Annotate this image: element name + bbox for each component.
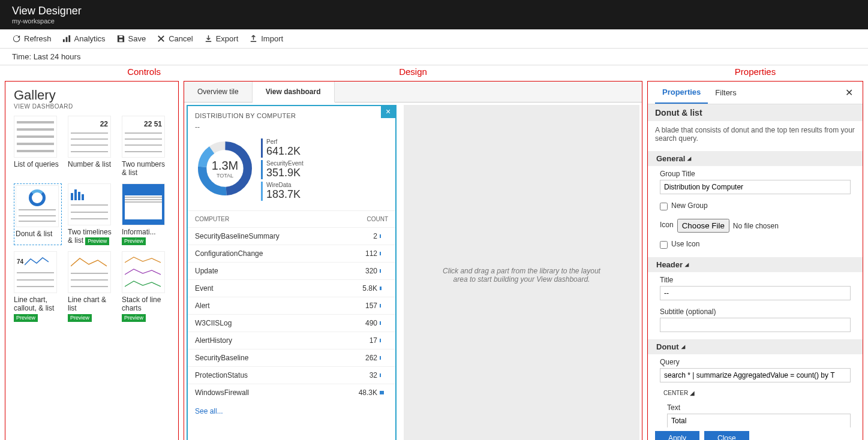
- prop-description: A blade that consists of donut and the t…: [648, 121, 863, 147]
- donut-center-label: TOTAL: [212, 173, 238, 179]
- toolbar: Refresh Analytics Save Cancel Export Imp…: [0, 29, 868, 49]
- gallery-title: Gallery: [14, 88, 170, 103]
- cancel-icon: [157, 34, 166, 43]
- center-text-label: Text: [667, 403, 851, 412]
- svg-rect-2: [68, 35, 70, 42]
- center-text-input[interactable]: [667, 414, 851, 427]
- apply-button[interactable]: Apply: [655, 431, 699, 440]
- table-row[interactable]: WindowsFirewall48.3K: [188, 384, 395, 401]
- donut-chart: 1.3MTOTAL: [195, 138, 255, 198]
- workspace-name: my-workspace: [12, 17, 856, 25]
- design-tabs: Overview tile View dashboard: [184, 82, 642, 103]
- annotation-properties: Properties: [647, 65, 863, 78]
- sparkline-icon: [71, 255, 107, 269]
- gallery-item-number-list[interactable]: 22Number & list: [68, 116, 116, 177]
- svg-rect-1: [65, 37, 67, 42]
- icon-label: Icon: [660, 221, 674, 229]
- annotation-design: Design: [179, 65, 647, 78]
- section-general[interactable]: General: [648, 151, 863, 166]
- sparkline-icon: [25, 256, 49, 268]
- drop-area[interactable]: Click and drag a part from the library t…: [404, 105, 639, 440]
- use-icon-label: Use Icon: [671, 240, 699, 248]
- donut-legend: Perf641.2KSecurityEvent351.9KWireData183…: [261, 138, 388, 203]
- gallery-item-stack-line-charts[interactable]: Stack of line chartsPreview: [122, 251, 170, 322]
- card-close-icon[interactable]: ×: [381, 106, 395, 118]
- card-table: COMPUTERCOUNT SecurityBaselineSummary2Co…: [188, 211, 395, 401]
- import-button[interactable]: Import: [249, 34, 283, 43]
- card-title: DISTRIBUTION BY COMPUTER: [188, 106, 395, 123]
- refresh-icon: [12, 34, 21, 43]
- save-icon: [116, 34, 125, 43]
- group-title-label: Group Title: [660, 170, 851, 178]
- see-all-link[interactable]: See all...: [188, 401, 395, 421]
- close-button[interactable]: Close: [704, 431, 749, 440]
- cancel-button[interactable]: Cancel: [157, 34, 193, 43]
- design-panel: Overview tile View dashboard × DISTRIBUT…: [184, 81, 642, 440]
- legend-name: WireData: [266, 182, 388, 188]
- new-group-label: New Group: [671, 201, 708, 210]
- table-row[interactable]: ProtectionStatus32: [188, 366, 395, 384]
- gallery-item-line-chart-callout-list[interactable]: 74Line chart, callout, & list Preview: [14, 251, 62, 322]
- app-header: View Designer my-workspace: [0, 0, 868, 29]
- annotation-controls: Controls: [5, 65, 179, 78]
- table-col-count: COUNT: [352, 216, 388, 222]
- tab-overview-tile[interactable]: Overview tile: [184, 82, 253, 102]
- svg-rect-0: [62, 39, 64, 42]
- table-row[interactable]: Event5.8K: [188, 279, 395, 297]
- legend-name: Perf: [266, 138, 388, 145]
- legend-value: 351.9K: [266, 167, 388, 179]
- tab-view-dashboard[interactable]: View dashboard: [253, 82, 335, 103]
- legend-value: 183.7K: [266, 188, 388, 201]
- properties-close-icon[interactable]: ✕: [843, 85, 855, 101]
- table-col-computer: COMPUTER: [195, 216, 352, 222]
- prop-heading: Donut & list: [648, 104, 863, 121]
- time-range[interactable]: Time: Last 24 hours: [0, 49, 868, 65]
- table-row[interactable]: Update320: [188, 262, 395, 279]
- table-row[interactable]: W3CIISLog490: [188, 314, 395, 331]
- gallery-item-information[interactable]: Informati...Preview: [122, 183, 170, 245]
- properties-panel: Properties Filters ✕ Donut & list A blad…: [647, 81, 863, 440]
- tab-filters[interactable]: Filters: [708, 82, 743, 103]
- export-icon: [204, 34, 213, 43]
- group-title-input[interactable]: [660, 180, 851, 194]
- drop-hint: Click and drag a part from the library t…: [438, 267, 606, 284]
- gallery-item-two-numbers-list[interactable]: 22 51Two numbers & list: [122, 116, 170, 177]
- import-icon: [249, 34, 258, 43]
- gallery-item-two-timelines-list[interactable]: Two timelines & list Preview: [68, 183, 116, 245]
- gallery-item-line-chart-list[interactable]: Line chart & listPreview: [68, 251, 116, 322]
- refresh-button[interactable]: Refresh: [12, 34, 52, 43]
- use-icon-checkbox[interactable]: [660, 241, 668, 249]
- table-row[interactable]: SecurityBaselineSummary2: [188, 227, 395, 245]
- analytics-icon: [62, 34, 71, 43]
- query-input[interactable]: [660, 368, 851, 382]
- analytics-button[interactable]: Analytics: [62, 34, 106, 43]
- legend-name: SecurityEvent: [266, 160, 388, 167]
- page-title: View Designer: [12, 5, 856, 17]
- header-title-input[interactable]: [660, 286, 851, 300]
- section-header[interactable]: Header: [648, 257, 863, 272]
- header-subtitle-label: Subtitle (optional): [660, 308, 851, 316]
- no-file-text: No file chosen: [733, 222, 779, 230]
- gallery-item-donut-list[interactable]: Donut & list: [14, 183, 62, 245]
- table-row[interactable]: ConfigurationChange112: [188, 245, 395, 262]
- section-donut[interactable]: Donut: [648, 339, 863, 354]
- controls-panel: Gallery VIEW DASHBOARD List of queries 2…: [5, 81, 179, 440]
- gallery-subtitle: VIEW DASHBOARD: [14, 103, 170, 110]
- save-button[interactable]: Save: [116, 34, 146, 43]
- legend-value: 641.2K: [266, 145, 388, 158]
- choose-file-button[interactable]: Choose File: [677, 219, 729, 233]
- header-subtitle-input[interactable]: [660, 318, 851, 332]
- donut-center-value: 1.3M: [212, 159, 238, 173]
- header-title-label: Title: [660, 276, 851, 284]
- query-label: Query: [660, 358, 851, 366]
- table-row[interactable]: AlertHistory17: [188, 331, 395, 349]
- new-group-checkbox[interactable]: [660, 203, 668, 210]
- gallery-grid: List of queries 22Number & list 22 51Two…: [14, 116, 170, 322]
- dashboard-card[interactable]: × DISTRIBUTION BY COMPUTER -- 1.3MTOTAL …: [187, 105, 397, 440]
- export-button[interactable]: Export: [204, 34, 239, 43]
- center-section[interactable]: CENTER: [663, 390, 688, 396]
- table-row[interactable]: Alert157: [188, 297, 395, 314]
- gallery-item-list-of-queries[interactable]: List of queries: [14, 116, 62, 177]
- tab-properties[interactable]: Properties: [655, 82, 708, 104]
- table-row[interactable]: SecurityBaseline262: [188, 349, 395, 366]
